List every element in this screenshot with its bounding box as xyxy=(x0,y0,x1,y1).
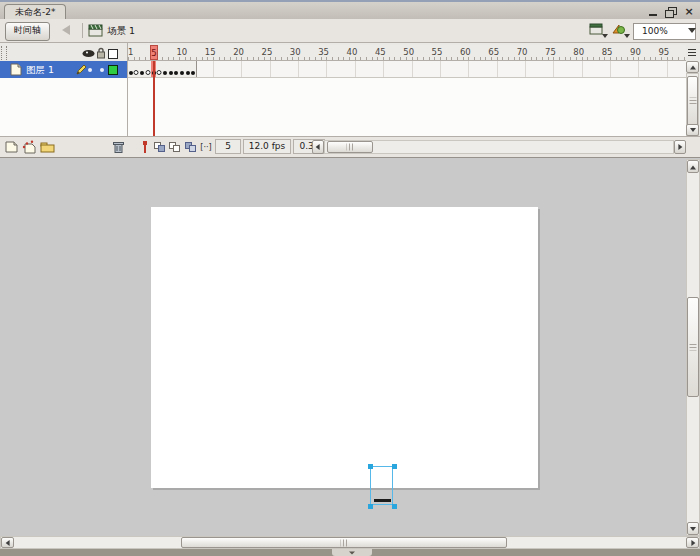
layer-visibility-dot[interactable] xyxy=(88,68,92,72)
stage-scroll-right-button[interactable] xyxy=(686,537,699,548)
stage-canvas[interactable] xyxy=(151,207,538,488)
edit-multiple-frames-button[interactable] xyxy=(184,140,199,155)
frame-view-menu-button[interactable] xyxy=(687,47,699,59)
stage-horizontal-scrollbar[interactable] xyxy=(0,536,700,549)
add-motion-guide-button[interactable] xyxy=(21,140,38,155)
ruler-frame-number: 70 xyxy=(517,47,528,57)
ruler-tick xyxy=(190,57,191,60)
ruler-tick xyxy=(525,57,526,60)
restore-button[interactable] xyxy=(663,6,677,18)
ruler-tick xyxy=(616,57,617,60)
layer-row[interactable]: 图层 1 xyxy=(0,61,127,78)
keyframe-cell-12[interactable] xyxy=(190,61,197,77)
frame-grid-line xyxy=(241,61,242,77)
timeline-horizontal-scrollbar[interactable] xyxy=(324,140,674,154)
edit-symbol-caret-icon xyxy=(624,34,630,38)
center-frame-icon-line xyxy=(144,144,146,153)
pasteboard[interactable] xyxy=(0,158,700,536)
ruler-tick xyxy=(236,57,237,60)
playhead-line[interactable] xyxy=(153,61,155,136)
document-tab[interactable]: 未命名-2* xyxy=(4,4,66,20)
ruler-tick xyxy=(292,57,293,60)
stage-scroll-up-button[interactable] xyxy=(687,160,699,173)
selection-handle-top-right[interactable] xyxy=(392,464,397,469)
frame-grid-line xyxy=(582,61,583,77)
ruler-tick xyxy=(134,57,135,60)
panel-collapse-tab[interactable] xyxy=(332,549,372,556)
modify-onion-markers-button[interactable]: [··] xyxy=(198,140,214,155)
onion-skin-icon-front xyxy=(158,145,165,152)
ruler-tick xyxy=(417,57,418,60)
ruler-tick xyxy=(650,57,651,60)
ruler-frame-number: 65 xyxy=(488,47,499,57)
selection-handle-bottom-left[interactable] xyxy=(368,504,373,509)
ruler-tick xyxy=(440,57,441,60)
timeline-hscroll-left-button[interactable] xyxy=(312,140,324,154)
stage-hscroll-thumb[interactable] xyxy=(181,537,507,548)
ruler-tick xyxy=(343,57,344,60)
timeline-hscroll-thumb[interactable] xyxy=(327,141,373,153)
zoom-dropdown-arrow-icon[interactable] xyxy=(688,28,696,33)
onion-skin-outlines-button[interactable] xyxy=(168,140,183,155)
minimize-button[interactable] xyxy=(646,6,660,18)
ruler-tick xyxy=(383,57,384,60)
stage-vertical-scrollbar[interactable] xyxy=(686,159,700,536)
filled-keyframe-dot xyxy=(140,71,144,75)
right-arrow-icon xyxy=(691,540,695,546)
center-frame-button[interactable] xyxy=(139,140,151,155)
timeline-ruler[interactable]: 11015202530354045505560657075808590955 xyxy=(128,45,686,61)
ruler-tick xyxy=(202,57,203,60)
timeline-toggle-button[interactable]: 时间轴 xyxy=(5,22,50,41)
ruler-tick xyxy=(394,57,395,60)
layer-frame-row[interactable] xyxy=(128,61,686,78)
timeline-scroll-up-button[interactable] xyxy=(686,61,699,73)
ruler-tick xyxy=(610,57,611,60)
stage-vscroll-thumb[interactable] xyxy=(687,297,699,397)
separator xyxy=(82,23,83,38)
ruler-tick xyxy=(661,57,662,60)
ruler-frame-number: 30 xyxy=(290,47,301,57)
ruler-tick xyxy=(315,57,316,60)
onion-skin-button[interactable] xyxy=(153,140,168,155)
layer-outline-color-swatch[interactable] xyxy=(108,65,118,75)
ruler-tick xyxy=(366,57,367,60)
minimize-icon xyxy=(649,14,657,16)
layer-lock-dot[interactable] xyxy=(100,68,104,72)
outline-column-icon[interactable] xyxy=(108,49,118,59)
frame-rate-display[interactable]: 12.0 fps xyxy=(243,139,291,154)
ruler-tick xyxy=(593,57,594,60)
edit-scene-button[interactable] xyxy=(589,23,608,39)
insert-layer-folder-button[interactable] xyxy=(40,140,57,155)
left-arrow-icon xyxy=(316,144,320,150)
layer-page-icon xyxy=(10,63,22,76)
close-button[interactable]: × xyxy=(682,6,696,18)
selection-handle-top-left[interactable] xyxy=(368,464,373,469)
selected-stroke-line[interactable] xyxy=(374,499,391,502)
current-frame-display: 5 xyxy=(215,139,241,154)
ruler-tick xyxy=(457,57,458,60)
edit-symbol-button[interactable] xyxy=(611,23,630,39)
back-arrow-icon[interactable] xyxy=(62,25,70,35)
playhead-marker[interactable]: 5 xyxy=(150,45,159,60)
timeline-hscroll-right-button[interactable] xyxy=(674,140,686,154)
ruler-tick xyxy=(332,57,333,60)
ruler-tick xyxy=(423,57,424,60)
insert-layer-button[interactable] xyxy=(4,140,21,155)
ruler-tick xyxy=(474,57,475,60)
stage-scroll-down-button[interactable] xyxy=(687,522,699,535)
ruler-tick xyxy=(542,57,543,60)
down-arrow-icon xyxy=(690,128,696,132)
up-arrow-icon xyxy=(690,165,696,169)
ruler-tick xyxy=(655,57,656,60)
eye-column-icon[interactable] xyxy=(82,49,95,58)
timeline-scroll-down-button[interactable] xyxy=(686,124,699,136)
timeline-vscroll-thumb[interactable] xyxy=(687,76,698,126)
selection-handle-bottom-right[interactable] xyxy=(392,504,397,509)
ruler-tick xyxy=(451,57,452,60)
delete-layer-button[interactable] xyxy=(111,140,128,155)
lock-column-icon[interactable] xyxy=(96,47,106,59)
stage-scroll-left-button[interactable] xyxy=(1,537,14,548)
zoom-level-field[interactable]: 100% xyxy=(633,23,696,40)
ruler-tick xyxy=(684,57,685,60)
scene-breadcrumb: 场景 1 xyxy=(107,25,135,38)
